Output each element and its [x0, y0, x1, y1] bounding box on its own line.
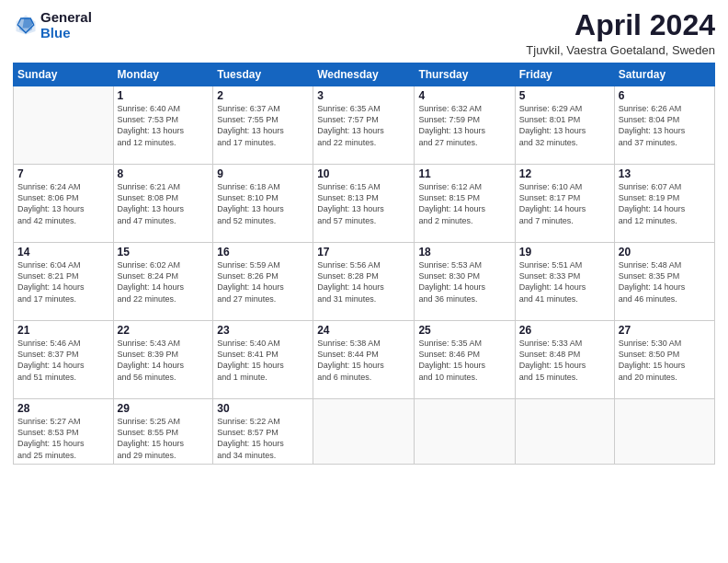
- calendar-cell: 13Sunrise: 6:07 AM Sunset: 8:19 PM Dayli…: [614, 165, 714, 243]
- calendar-cell: 17Sunrise: 5:56 AM Sunset: 8:28 PM Dayli…: [313, 243, 415, 321]
- header: General Blue April 2024 Tjuvkil, Vaestra…: [13, 9, 715, 57]
- day-number: 11: [418, 167, 510, 180]
- calendar-cell: [313, 399, 415, 465]
- day-info: Sunrise: 6:10 AM Sunset: 8:17 PM Dayligh…: [519, 181, 610, 226]
- day-info: Sunrise: 5:48 AM Sunset: 8:35 PM Dayligh…: [619, 259, 711, 304]
- page-container: General Blue April 2024 Tjuvkil, Vaestra…: [0, 0, 728, 472]
- day-number: 19: [519, 246, 610, 259]
- calendar-cell: 25Sunrise: 5:35 AM Sunset: 8:46 PM Dayli…: [415, 321, 515, 399]
- calendar-cell: 11Sunrise: 6:12 AM Sunset: 8:15 PM Dayli…: [415, 165, 515, 243]
- day-number: 2: [217, 89, 309, 102]
- calendar-cell: 12Sunrise: 6:10 AM Sunset: 8:17 PM Dayli…: [515, 165, 614, 243]
- day-number: 14: [17, 246, 109, 259]
- calendar-cell: 23Sunrise: 5:40 AM Sunset: 8:41 PM Dayli…: [213, 321, 313, 399]
- calendar-cell: 20Sunrise: 5:48 AM Sunset: 8:35 PM Dayli…: [614, 243, 714, 321]
- day-info: Sunrise: 6:32 AM Sunset: 7:59 PM Dayligh…: [418, 103, 510, 148]
- day-number: 10: [317, 167, 410, 180]
- day-number: 27: [619, 324, 711, 337]
- day-number: 1: [118, 89, 210, 102]
- day-info: Sunrise: 5:30 AM Sunset: 8:50 PM Dayligh…: [619, 338, 711, 383]
- day-number: 25: [418, 324, 510, 337]
- day-number: 26: [519, 324, 610, 337]
- day-number: 5: [519, 89, 610, 102]
- calendar-table: SundayMondayTuesdayWednesdayThursdayFrid…: [13, 63, 715, 465]
- day-info: Sunrise: 5:40 AM Sunset: 8:41 PM Dayligh…: [217, 338, 309, 383]
- day-info: Sunrise: 5:38 AM Sunset: 8:44 PM Dayligh…: [317, 338, 410, 383]
- day-number: 9: [217, 167, 309, 180]
- day-number: 6: [619, 89, 711, 102]
- day-number: 13: [619, 167, 711, 180]
- day-info: Sunrise: 5:56 AM Sunset: 8:28 PM Dayligh…: [317, 259, 410, 304]
- weekday-header-saturday: Saturday: [614, 63, 714, 86]
- weekday-header-friday: Friday: [515, 63, 614, 86]
- day-number: 15: [118, 246, 210, 259]
- calendar-cell: 18Sunrise: 5:53 AM Sunset: 8:30 PM Dayli…: [415, 243, 515, 321]
- day-info: Sunrise: 6:24 AM Sunset: 8:06 PM Dayligh…: [17, 181, 109, 226]
- day-info: Sunrise: 5:51 AM Sunset: 8:33 PM Dayligh…: [519, 259, 610, 304]
- weekday-header-wednesday: Wednesday: [313, 63, 415, 86]
- calendar-header-row: SundayMondayTuesdayWednesdayThursdayFrid…: [14, 63, 715, 86]
- day-info: Sunrise: 5:33 AM Sunset: 8:48 PM Dayligh…: [519, 338, 610, 383]
- calendar-cell: 26Sunrise: 5:33 AM Sunset: 8:48 PM Dayli…: [515, 321, 614, 399]
- calendar-cell: 21Sunrise: 5:46 AM Sunset: 8:37 PM Dayli…: [14, 321, 114, 399]
- calendar-cell: 10Sunrise: 6:15 AM Sunset: 8:13 PM Dayli…: [313, 165, 415, 243]
- calendar-cell: 9Sunrise: 6:18 AM Sunset: 8:10 PM Daylig…: [213, 165, 313, 243]
- calendar-cell: 27Sunrise: 5:30 AM Sunset: 8:50 PM Dayli…: [614, 321, 714, 399]
- calendar-cell: 5Sunrise: 6:29 AM Sunset: 8:01 PM Daylig…: [515, 86, 614, 165]
- logo-text: General Blue: [40, 9, 92, 41]
- day-info: Sunrise: 5:35 AM Sunset: 8:46 PM Dayligh…: [418, 338, 510, 383]
- calendar-cell: [614, 399, 714, 465]
- calendar-week-row: 7Sunrise: 6:24 AM Sunset: 8:06 PM Daylig…: [14, 165, 715, 243]
- day-info: Sunrise: 5:46 AM Sunset: 8:37 PM Dayligh…: [17, 338, 109, 383]
- calendar-week-row: 1Sunrise: 6:40 AM Sunset: 7:53 PM Daylig…: [14, 86, 715, 165]
- day-info: Sunrise: 6:07 AM Sunset: 8:19 PM Dayligh…: [619, 181, 711, 226]
- day-number: 8: [118, 167, 210, 180]
- calendar-cell: [515, 399, 614, 465]
- day-info: Sunrise: 6:02 AM Sunset: 8:24 PM Dayligh…: [118, 259, 210, 304]
- day-info: Sunrise: 6:04 AM Sunset: 8:21 PM Dayligh…: [17, 259, 109, 304]
- day-info: Sunrise: 6:21 AM Sunset: 8:08 PM Dayligh…: [118, 181, 210, 226]
- calendar-cell: 22Sunrise: 5:43 AM Sunset: 8:39 PM Dayli…: [113, 321, 213, 399]
- title-block: April 2024 Tjuvkil, Vaestra Goetaland, S…: [526, 9, 715, 57]
- weekday-header-thursday: Thursday: [415, 63, 515, 86]
- calendar-cell: 4Sunrise: 6:32 AM Sunset: 7:59 PM Daylig…: [415, 86, 515, 165]
- day-number: 16: [217, 246, 309, 259]
- day-info: Sunrise: 5:53 AM Sunset: 8:30 PM Dayligh…: [418, 259, 510, 304]
- day-number: 22: [118, 324, 210, 337]
- weekday-header-monday: Monday: [113, 63, 213, 86]
- calendar-cell: 15Sunrise: 6:02 AM Sunset: 8:24 PM Dayli…: [113, 243, 213, 321]
- day-number: 23: [217, 324, 309, 337]
- day-number: 21: [17, 324, 109, 337]
- calendar-cell: 8Sunrise: 6:21 AM Sunset: 8:08 PM Daylig…: [113, 165, 213, 243]
- calendar-cell: 6Sunrise: 6:26 AM Sunset: 8:04 PM Daylig…: [614, 86, 714, 165]
- day-info: Sunrise: 6:26 AM Sunset: 8:04 PM Dayligh…: [619, 103, 711, 148]
- day-info: Sunrise: 6:15 AM Sunset: 8:13 PM Dayligh…: [317, 181, 410, 226]
- calendar-cell: 16Sunrise: 5:59 AM Sunset: 8:26 PM Dayli…: [213, 243, 313, 321]
- day-info: Sunrise: 5:27 AM Sunset: 8:53 PM Dayligh…: [17, 416, 109, 461]
- location-subtitle: Tjuvkil, Vaestra Goetaland, Sweden: [526, 43, 715, 57]
- day-info: Sunrise: 5:22 AM Sunset: 8:57 PM Dayligh…: [217, 416, 309, 461]
- calendar-cell: [415, 399, 515, 465]
- day-number: 20: [619, 246, 711, 259]
- day-info: Sunrise: 5:59 AM Sunset: 8:26 PM Dayligh…: [217, 259, 309, 304]
- day-number: 4: [418, 89, 510, 102]
- day-info: Sunrise: 5:25 AM Sunset: 8:55 PM Dayligh…: [118, 416, 210, 461]
- calendar-cell: 3Sunrise: 6:35 AM Sunset: 7:57 PM Daylig…: [313, 86, 415, 165]
- calendar-cell: 24Sunrise: 5:38 AM Sunset: 8:44 PM Dayli…: [313, 321, 415, 399]
- calendar-cell: 7Sunrise: 6:24 AM Sunset: 8:06 PM Daylig…: [14, 165, 114, 243]
- day-info: Sunrise: 5:43 AM Sunset: 8:39 PM Dayligh…: [118, 338, 210, 383]
- calendar-cell: 30Sunrise: 5:22 AM Sunset: 8:57 PM Dayli…: [213, 399, 313, 465]
- calendar-cell: 2Sunrise: 6:37 AM Sunset: 7:55 PM Daylig…: [213, 86, 313, 165]
- day-info: Sunrise: 6:40 AM Sunset: 7:53 PM Dayligh…: [118, 103, 210, 148]
- month-title: April 2024: [526, 9, 715, 41]
- day-number: 17: [317, 246, 410, 259]
- day-number: 24: [317, 324, 410, 337]
- day-number: 7: [17, 167, 109, 180]
- calendar-week-row: 21Sunrise: 5:46 AM Sunset: 8:37 PM Dayli…: [14, 321, 715, 399]
- day-number: 12: [519, 167, 610, 180]
- day-number: 18: [418, 246, 510, 259]
- weekday-header-sunday: Sunday: [14, 63, 114, 86]
- day-info: Sunrise: 6:37 AM Sunset: 7:55 PM Dayligh…: [217, 103, 309, 148]
- day-info: Sunrise: 6:12 AM Sunset: 8:15 PM Dayligh…: [418, 181, 510, 226]
- calendar-cell: [14, 86, 114, 165]
